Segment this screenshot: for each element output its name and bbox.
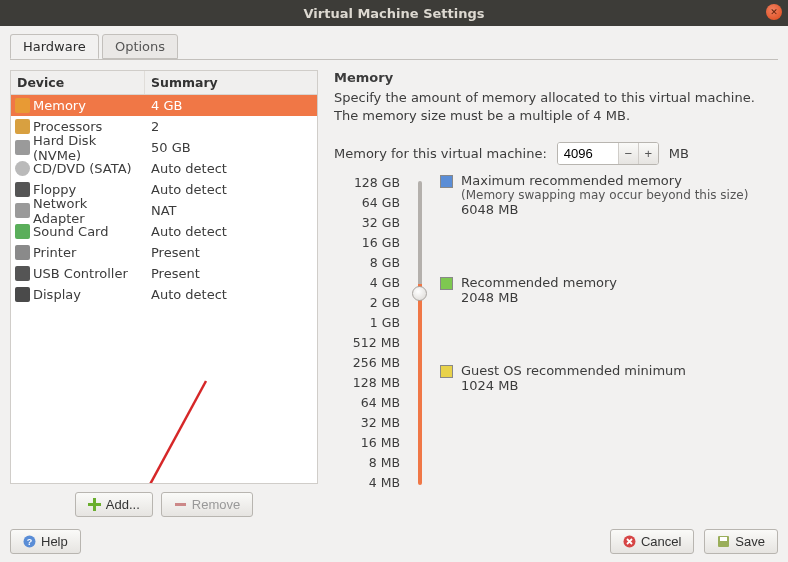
- network-icon: [15, 203, 30, 218]
- memory-spinner[interactable]: − +: [557, 142, 659, 165]
- memory-input-label: Memory for this virtual machine:: [334, 146, 547, 161]
- display-icon: [15, 287, 30, 302]
- min-label: Guest OS recommended minimum: [461, 363, 686, 378]
- memory-slider-track[interactable]: [418, 181, 422, 485]
- column-summary[interactable]: Summary: [145, 71, 317, 94]
- cddvd-icon: [15, 161, 30, 176]
- add-hardware-button[interactable]: Add...: [75, 492, 153, 517]
- svg-text:?: ?: [27, 537, 33, 547]
- recommended-marker-icon: [440, 277, 453, 290]
- recommended-label: Recommended memory: [461, 275, 617, 290]
- window-title: Virtual Machine Settings: [303, 6, 484, 21]
- memory-description: Specify the amount of memory allocated t…: [334, 89, 776, 124]
- annotation-arrow: [121, 371, 221, 484]
- svg-line-0: [141, 381, 206, 484]
- recommended-value: 2048 MB: [461, 290, 617, 305]
- max-recommended-marker-icon: [440, 175, 453, 188]
- min-marker-icon: [440, 365, 453, 378]
- device-row-cddvd[interactable]: CD/DVD (SATA) Auto detect: [11, 158, 317, 179]
- column-device[interactable]: Device: [11, 71, 145, 94]
- max-recommended-value: 6048 MB: [461, 202, 748, 217]
- max-recommended-note: (Memory swapping may occur beyond this s…: [461, 188, 748, 202]
- save-icon: [717, 535, 730, 548]
- memory-input[interactable]: [558, 143, 618, 164]
- save-button[interactable]: Save: [704, 529, 778, 554]
- memory-panel: Memory Specify the amount of memory allo…: [334, 70, 778, 517]
- device-row-usb[interactable]: USB Controller Present: [11, 263, 317, 284]
- hardware-list: Device Summary Memory 4 GB Processors 2 …: [10, 70, 318, 484]
- help-button[interactable]: ? Help: [10, 529, 81, 554]
- cancel-button[interactable]: Cancel: [610, 529, 694, 554]
- harddisk-icon: [15, 140, 30, 155]
- device-row-harddisk[interactable]: Hard Disk (NVMe) 50 GB: [11, 137, 317, 158]
- device-row-printer[interactable]: Printer Present: [11, 242, 317, 263]
- tab-options[interactable]: Options: [102, 34, 178, 59]
- memory-increment-button[interactable]: +: [638, 143, 658, 164]
- minus-icon: [174, 498, 187, 511]
- plus-icon: [88, 498, 101, 511]
- min-value: 1024 MB: [461, 378, 686, 393]
- usb-icon: [15, 266, 30, 281]
- memory-heading: Memory: [334, 70, 776, 85]
- max-recommended-label: Maximum recommended memory: [461, 173, 748, 188]
- sound-icon: [15, 224, 30, 239]
- remove-hardware-button: Remove: [161, 492, 253, 517]
- tab-bar: Hardware Options: [10, 34, 778, 60]
- svg-rect-1: [175, 503, 186, 506]
- memory-slider-knob[interactable]: [412, 286, 427, 301]
- tab-hardware[interactable]: Hardware: [10, 34, 99, 59]
- memory-scale: 128 GB64 GB 32 GB16 GB 8 GB4 GB 2 GB1 GB…: [334, 173, 400, 493]
- device-row-display[interactable]: Display Auto detect: [11, 284, 317, 305]
- window-close-button[interactable]: ✕: [766, 4, 782, 20]
- svg-rect-6: [720, 537, 727, 541]
- memory-decrement-button[interactable]: −: [618, 143, 638, 164]
- device-row-memory[interactable]: Memory 4 GB: [11, 95, 317, 116]
- cancel-icon: [623, 535, 636, 548]
- memory-icon: [15, 98, 30, 113]
- help-icon: ?: [23, 535, 36, 548]
- device-row-sound[interactable]: Sound Card Auto detect: [11, 221, 317, 242]
- hardware-list-header: Device Summary: [11, 71, 317, 95]
- device-row-network[interactable]: Network Adapter NAT: [11, 200, 317, 221]
- memory-unit: MB: [669, 146, 689, 161]
- printer-icon: [15, 245, 30, 260]
